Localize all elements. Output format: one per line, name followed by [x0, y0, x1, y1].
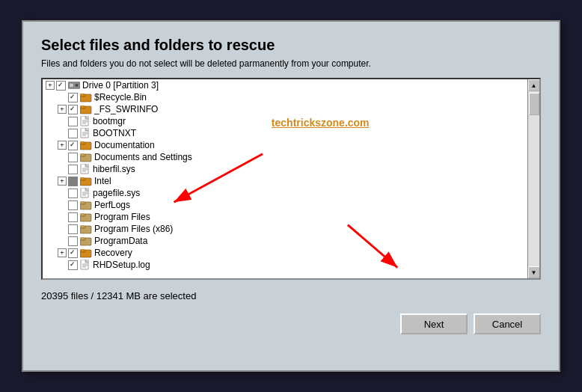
folder-icon: [80, 92, 92, 102]
tree-item[interactable]: + _FS_SWRINFO: [43, 103, 527, 115]
checkbox[interactable]: [68, 177, 78, 186]
svg-rect-15: [81, 128, 88, 138]
folder-icon: [80, 176, 92, 186]
checkbox[interactable]: [68, 153, 78, 162]
folder-icon: [80, 212, 92, 222]
folder-icon: [80, 140, 92, 150]
svg-rect-22: [80, 141, 85, 144]
file-icon: [80, 260, 91, 270]
checkbox[interactable]: [68, 189, 78, 198]
svg-rect-47: [80, 225, 85, 227]
tree-item[interactable]: hiberfil.sys: [43, 163, 527, 175]
svg-rect-10: [81, 116, 88, 126]
tree-item[interactable]: + Intel: [43, 175, 527, 187]
svg-rect-41: [80, 201, 85, 203]
folder-icon: [80, 200, 92, 210]
tree-item[interactable]: BOOTNXT: [43, 127, 527, 139]
checkbox[interactable]: [68, 165, 78, 174]
expand-icon[interactable]: +: [58, 248, 67, 257]
dialog: Select files and folders to rescue Files…: [22, 20, 560, 372]
checkbox[interactable]: [68, 248, 78, 258]
expand-icon[interactable]: +: [46, 81, 55, 90]
scroll-down-btn[interactable]: ▼: [528, 266, 540, 278]
expand-icon[interactable]: +: [58, 141, 67, 150]
status-bar: 20395 files / 12341 MB are selected: [41, 290, 541, 301]
svg-rect-54: [81, 260, 88, 269]
checkbox[interactable]: [56, 81, 66, 91]
item-label: BOOTNXT: [93, 128, 136, 138]
tree-item[interactable]: Program Files: [43, 211, 527, 223]
item-label: _FS_SWRINFO: [94, 104, 158, 114]
item-label: Drive 0 [Partition 3]: [82, 80, 159, 91]
item-label: PerfLogs: [94, 200, 130, 210]
tree-item[interactable]: RHDSetup.log: [43, 259, 527, 271]
checkbox[interactable]: [68, 212, 78, 222]
file-icon: [80, 128, 91, 138]
file-icon: [80, 188, 91, 198]
tree-item[interactable]: ProgramData: [43, 235, 527, 247]
item-label: Program Files: [94, 212, 150, 222]
tree-item[interactable]: Program Files (x86): [43, 223, 527, 235]
folder-icon: [80, 248, 92, 258]
item-label: Program Files (x86): [94, 224, 173, 234]
checkbox[interactable]: [68, 129, 78, 138]
checkbox[interactable]: [68, 141, 78, 150]
svg-rect-1: [70, 83, 73, 87]
item-label: hiberfil.sys: [93, 164, 135, 174]
checkbox[interactable]: [68, 224, 78, 234]
folder-icon: [80, 236, 92, 246]
checkbox[interactable]: [68, 93, 78, 102]
svg-rect-53: [80, 249, 85, 251]
scroll-up-btn[interactable]: ▲: [528, 79, 540, 91]
folder-icon: [80, 104, 92, 114]
item-label: ProgramData: [94, 236, 147, 246]
expand-icon[interactable]: +: [58, 177, 67, 186]
item-label: Documents and Settings: [94, 152, 192, 162]
button-row: Next Cancel: [41, 313, 541, 334]
svg-rect-9: [80, 105, 85, 108]
svg-rect-6: [80, 94, 85, 96]
svg-rect-44: [80, 213, 85, 215]
item-label: Recovery: [94, 248, 132, 258]
file-tree-container: + Drive 0 [Partition 3] $Recycle.Bin+ _F…: [41, 78, 541, 280]
svg-point-3: [76, 85, 77, 85]
drive-icon: [68, 80, 80, 91]
dialog-subtitle: Files and folders you do not select will…: [41, 58, 541, 69]
tree-item[interactable]: + Drive 0 [Partition 3]: [43, 79, 527, 91]
cancel-button[interactable]: Cancel: [474, 313, 541, 334]
file-tree-inner[interactable]: + Drive 0 [Partition 3] $Recycle.Bin+ _F…: [43, 79, 527, 278]
item-label: Documentation: [94, 140, 155, 150]
checkbox[interactable]: [68, 117, 78, 126]
svg-rect-25: [80, 153, 85, 156]
next-button[interactable]: Next: [400, 313, 468, 334]
tree-item[interactable]: + Recovery: [43, 247, 527, 259]
watermark: techtrickszone.com: [272, 117, 370, 129]
tree-item[interactable]: + Documentation: [43, 139, 527, 151]
svg-rect-33: [80, 177, 85, 180]
expand-icon[interactable]: +: [58, 105, 67, 114]
svg-rect-50: [80, 237, 85, 239]
checkbox[interactable]: [68, 260, 78, 270]
svg-rect-34: [81, 188, 88, 197]
tree-item[interactable]: Documents and Settings: [43, 151, 527, 163]
dialog-title: Select files and folders to rescue: [41, 37, 541, 54]
folder-icon: [80, 152, 92, 162]
tree-item[interactable]: pagefile.sys: [43, 187, 527, 199]
item-label: bootmgr: [93, 116, 126, 126]
checkbox[interactable]: [68, 236, 78, 246]
item-label: Intel: [94, 176, 111, 186]
scroll-thumb[interactable]: [529, 93, 539, 115]
svg-rect-26: [81, 164, 88, 174]
folder-icon: [80, 224, 92, 234]
file-icon: [80, 116, 91, 126]
checkbox[interactable]: [68, 200, 78, 210]
file-icon: [80, 164, 91, 174]
checkbox[interactable]: [68, 105, 78, 114]
scrollbar[interactable]: ▲ ▼: [527, 79, 539, 278]
item-label: RHDSetup.log: [93, 260, 150, 270]
item-label: pagefile.sys: [93, 188, 140, 198]
tree-item[interactable]: PerfLogs: [43, 199, 527, 211]
tree-item[interactable]: $Recycle.Bin: [43, 91, 527, 103]
scroll-track: [528, 91, 540, 266]
item-label: $Recycle.Bin: [94, 92, 147, 102]
